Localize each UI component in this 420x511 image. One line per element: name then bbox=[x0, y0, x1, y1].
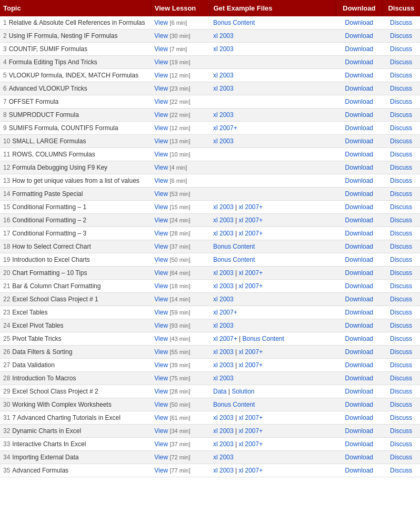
view-link[interactable]: View bbox=[154, 269, 168, 277]
view-link[interactable]: View bbox=[154, 467, 168, 474]
discuss-link[interactable]: Discuss bbox=[390, 401, 412, 408]
discuss-link[interactable]: Discuss bbox=[390, 256, 412, 263]
view-link[interactable]: View bbox=[154, 414, 168, 421]
download-link[interactable]: Download bbox=[345, 414, 373, 421]
download-link[interactable]: Download bbox=[345, 388, 373, 395]
file-link[interactable]: xl 2003 bbox=[213, 111, 234, 119]
view-link[interactable]: View bbox=[154, 440, 168, 448]
discuss-link[interactable]: Discuss bbox=[390, 111, 412, 119]
discuss-link[interactable]: Discuss bbox=[390, 375, 412, 382]
discuss-link[interactable]: Discuss bbox=[390, 467, 412, 474]
download-link[interactable]: Download bbox=[345, 269, 373, 277]
download-link[interactable]: Download bbox=[345, 217, 373, 224]
file-link[interactable]: Bonus Content bbox=[213, 19, 255, 26]
download-link[interactable]: Download bbox=[345, 98, 373, 105]
view-link[interactable]: View bbox=[154, 124, 168, 132]
download-link[interactable]: Download bbox=[345, 164, 373, 171]
discuss-link[interactable]: Discuss bbox=[390, 454, 412, 461]
discuss-link[interactable]: Discuss bbox=[390, 427, 412, 435]
file-link[interactable]: xl 2007+ bbox=[238, 361, 263, 369]
view-link[interactable]: View bbox=[154, 375, 168, 382]
file-link[interactable]: xl 2003 bbox=[213, 72, 234, 79]
file-link[interactable]: Data bbox=[213, 388, 226, 395]
download-link[interactable]: Download bbox=[345, 177, 373, 184]
download-link[interactable]: Download bbox=[345, 335, 373, 342]
file-link[interactable]: Solution bbox=[232, 388, 254, 395]
discuss-link[interactable]: Discuss bbox=[390, 414, 412, 421]
view-link[interactable]: View bbox=[154, 72, 168, 79]
download-link[interactable]: Download bbox=[345, 151, 373, 158]
download-link[interactable]: Download bbox=[345, 361, 373, 369]
file-link[interactable]: xl 2003 bbox=[213, 427, 234, 435]
download-link[interactable]: Download bbox=[345, 190, 373, 198]
file-link[interactable]: xl 2003 bbox=[213, 467, 234, 474]
discuss-link[interactable]: Discuss bbox=[390, 348, 412, 356]
view-link[interactable]: View bbox=[154, 19, 168, 26]
discuss-link[interactable]: Discuss bbox=[390, 269, 412, 277]
download-link[interactable]: Download bbox=[345, 322, 373, 329]
download-link[interactable]: Download bbox=[345, 243, 373, 250]
file-link[interactable]: xl 2007+ bbox=[238, 203, 263, 211]
view-link[interactable]: View bbox=[154, 98, 168, 105]
download-link[interactable]: Download bbox=[345, 32, 373, 40]
discuss-link[interactable]: Discuss bbox=[390, 361, 412, 369]
discuss-link[interactable]: Discuss bbox=[390, 151, 412, 158]
view-link[interactable]: View bbox=[154, 296, 168, 303]
discuss-link[interactable]: Discuss bbox=[390, 243, 412, 250]
download-link[interactable]: Download bbox=[345, 137, 373, 145]
discuss-link[interactable]: Discuss bbox=[390, 58, 412, 66]
download-link[interactable]: Download bbox=[345, 401, 373, 408]
discuss-link[interactable]: Discuss bbox=[390, 137, 412, 145]
discuss-link[interactable]: Discuss bbox=[390, 230, 412, 237]
view-link[interactable]: View bbox=[154, 427, 168, 435]
download-link[interactable]: Download bbox=[345, 348, 373, 356]
file-link[interactable]: xl 2007+ bbox=[238, 427, 263, 435]
view-link[interactable]: View bbox=[154, 361, 168, 369]
view-link[interactable]: View bbox=[154, 230, 168, 237]
download-link[interactable]: Download bbox=[345, 45, 373, 53]
file-link[interactable]: xl 2003 bbox=[213, 137, 234, 145]
download-link[interactable]: Download bbox=[345, 375, 373, 382]
view-link[interactable]: View bbox=[154, 45, 168, 53]
discuss-link[interactable]: Discuss bbox=[390, 388, 412, 395]
view-link[interactable]: View bbox=[154, 190, 168, 198]
view-link[interactable]: View bbox=[154, 58, 168, 66]
discuss-link[interactable]: Discuss bbox=[390, 45, 412, 53]
discuss-link[interactable]: Discuss bbox=[390, 217, 412, 224]
discuss-link[interactable]: Discuss bbox=[390, 322, 412, 329]
view-link[interactable]: View bbox=[154, 256, 168, 263]
file-link[interactable]: xl 2007+ bbox=[238, 348, 263, 356]
discuss-link[interactable]: Discuss bbox=[390, 164, 412, 171]
download-link[interactable]: Download bbox=[345, 454, 373, 461]
file-link[interactable]: xl 2003 bbox=[213, 440, 234, 448]
discuss-link[interactable]: Discuss bbox=[390, 98, 412, 105]
discuss-link[interactable]: Discuss bbox=[390, 309, 412, 316]
file-link[interactable]: xl 2003 bbox=[213, 269, 234, 277]
view-link[interactable]: View bbox=[154, 282, 168, 290]
discuss-link[interactable]: Discuss bbox=[390, 72, 412, 79]
file-link[interactable]: xl 2003 bbox=[213, 32, 234, 40]
file-link[interactable]: xl 2007+ bbox=[238, 230, 263, 237]
view-link[interactable]: View bbox=[154, 322, 168, 329]
view-link[interactable]: View bbox=[154, 177, 168, 184]
view-link[interactable]: View bbox=[154, 32, 168, 40]
discuss-link[interactable]: Discuss bbox=[390, 32, 412, 40]
view-link[interactable]: View bbox=[154, 243, 168, 250]
view-link[interactable]: View bbox=[154, 348, 168, 356]
file-link[interactable]: Bonus Content bbox=[242, 335, 284, 342]
file-link[interactable]: Bonus Content bbox=[213, 243, 255, 250]
discuss-link[interactable]: Discuss bbox=[390, 296, 412, 303]
view-link[interactable]: View bbox=[154, 111, 168, 119]
file-link[interactable]: xl 2007+ bbox=[213, 309, 237, 316]
view-link[interactable]: View bbox=[154, 203, 168, 211]
view-link[interactable]: View bbox=[154, 309, 168, 316]
file-link[interactable]: xl 2003 bbox=[213, 414, 234, 421]
file-link[interactable]: xl 2007+ bbox=[213, 335, 237, 342]
download-link[interactable]: Download bbox=[345, 58, 373, 66]
file-link[interactable]: xl 2003 bbox=[213, 203, 234, 211]
download-link[interactable]: Download bbox=[345, 19, 373, 26]
download-link[interactable]: Download bbox=[345, 467, 373, 474]
download-link[interactable]: Download bbox=[345, 282, 373, 290]
discuss-link[interactable]: Discuss bbox=[390, 85, 412, 92]
file-link[interactable]: xl 2003 bbox=[213, 230, 234, 237]
